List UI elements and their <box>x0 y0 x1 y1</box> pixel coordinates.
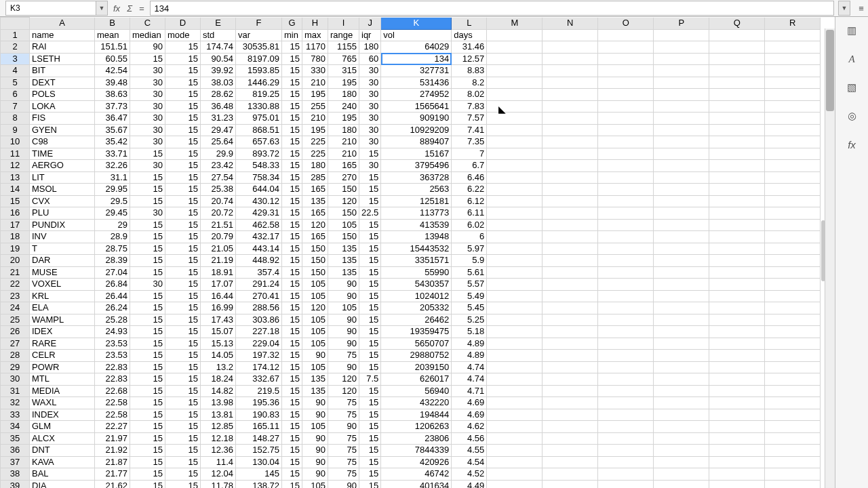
cell[interactable] <box>654 136 709 148</box>
cell[interactable]: 150 <box>328 207 359 220</box>
cell[interactable]: name <box>30 29 95 41</box>
cell[interactable] <box>487 421 542 433</box>
cell[interactable]: 21.62 <box>95 480 130 488</box>
cell[interactable] <box>598 29 654 41</box>
cell[interactable]: 90 <box>328 326 359 338</box>
row-header[interactable]: 22 <box>1 279 30 291</box>
cell[interactable] <box>598 266 654 279</box>
cell[interactable] <box>598 480 654 488</box>
cell[interactable]: 120 <box>328 195 359 207</box>
cell[interactable]: 7.57 <box>452 113 487 125</box>
cell[interactable]: 432220 <box>381 397 452 409</box>
cell[interactable]: 22.5 <box>359 207 381 220</box>
cell[interactable] <box>765 160 821 172</box>
cell[interactable]: 13.2 <box>201 361 236 373</box>
cell[interactable]: 15 <box>130 255 165 267</box>
cell[interactable] <box>487 432 542 445</box>
cell[interactable]: 36.48 <box>201 100 236 113</box>
cell[interactable]: 25.64 <box>201 136 236 148</box>
cell[interactable] <box>654 468 709 481</box>
cell[interactable]: 1170 <box>302 41 328 54</box>
cell[interactable]: 15 <box>282 314 302 326</box>
cell[interactable]: 6.22 <box>452 184 487 196</box>
cell[interactable]: 195.36 <box>236 397 282 409</box>
cell[interactable]: 225 <box>302 148 328 160</box>
cell[interactable] <box>709 255 765 267</box>
cell[interactable]: KRL <box>30 290 95 302</box>
cell[interactable]: VOXEL <box>30 279 95 291</box>
cell[interactable] <box>709 77 765 89</box>
cell[interactable] <box>598 456 654 468</box>
cell[interactable] <box>542 124 598 136</box>
cell[interactable]: DNT <box>30 445 95 457</box>
cell[interactable]: 765 <box>328 53 359 65</box>
cell[interactable]: 21.92 <box>95 445 130 457</box>
cell[interactable]: 195 <box>302 124 328 136</box>
cell[interactable]: 15 <box>165 480 201 488</box>
cell[interactable] <box>487 171 542 184</box>
cell[interactable]: 180 <box>302 160 328 172</box>
cell[interactable] <box>654 195 709 207</box>
cell[interactable] <box>542 373 598 386</box>
cell[interactable] <box>654 124 709 136</box>
cell[interactable]: 64029 <box>381 41 452 54</box>
cell[interactable] <box>709 445 765 457</box>
cell[interactable]: 1565641 <box>381 100 452 113</box>
cell[interactable]: 28.9 <box>95 231 130 243</box>
cell[interactable] <box>542 409 598 421</box>
cell[interactable]: POLS <box>30 89 95 101</box>
cell[interactable]: 23.53 <box>95 338 130 350</box>
cell[interactable]: 5.49 <box>452 290 487 302</box>
cell[interactable]: 15 <box>165 338 201 350</box>
cell[interactable]: 29 <box>95 219 130 231</box>
cell[interactable]: LIT <box>30 171 95 184</box>
cell[interactable]: 15 <box>165 171 201 184</box>
cell[interactable]: 420926 <box>381 456 452 468</box>
cell[interactable]: 105 <box>302 279 328 291</box>
cell[interactable]: 28.75 <box>95 243 130 255</box>
cell[interactable] <box>765 195 821 207</box>
cell[interactable]: 330 <box>302 65 328 77</box>
cell[interactable]: 30 <box>359 124 381 136</box>
cell[interactable]: PLU <box>30 207 95 220</box>
cell[interactable] <box>598 53 654 65</box>
cell[interactable]: 8.83 <box>452 65 487 77</box>
cell[interactable]: 27.54 <box>201 171 236 184</box>
sigma-icon[interactable]: Σ <box>127 3 132 14</box>
cell[interactable]: 130.04 <box>236 456 282 468</box>
cell[interactable]: 15 <box>359 326 381 338</box>
cell[interactable]: GLM <box>30 421 95 433</box>
cell[interactable]: 75 <box>328 456 359 468</box>
cell[interactable]: 15 <box>165 302 201 314</box>
row-header[interactable]: 23 <box>1 290 30 302</box>
cell[interactable] <box>598 219 654 231</box>
cell[interactable] <box>654 266 709 279</box>
cell[interactable] <box>598 361 654 373</box>
cell[interactable] <box>542 113 598 125</box>
cell[interactable] <box>542 385 598 397</box>
cell[interactable]: 30 <box>359 136 381 148</box>
cell[interactable]: 135 <box>302 195 328 207</box>
cell[interactable]: range <box>328 29 359 41</box>
cell[interactable]: 443.14 <box>236 243 282 255</box>
cell[interactable]: 15 <box>282 350 302 362</box>
cell[interactable] <box>765 302 821 314</box>
cell[interactable]: 15 <box>130 184 165 196</box>
cell[interactable]: RAI <box>30 41 95 54</box>
cell[interactable] <box>598 160 654 172</box>
cell[interactable]: POWR <box>30 361 95 373</box>
col-header-Q[interactable]: Q <box>709 18 765 30</box>
row-header[interactable]: 12 <box>1 160 30 172</box>
cell[interactable] <box>542 231 598 243</box>
cell[interactable]: 15 <box>282 480 302 488</box>
cell[interactable]: MTL <box>30 373 95 386</box>
cell[interactable] <box>542 302 598 314</box>
cell[interactable]: 75 <box>328 468 359 481</box>
cell[interactable] <box>654 445 709 457</box>
cell[interactable]: 15 <box>130 326 165 338</box>
cell[interactable]: 15 <box>165 373 201 386</box>
col-header-P[interactable]: P <box>654 18 709 30</box>
row-header[interactable]: 30 <box>1 373 30 386</box>
cell[interactable]: 21.97 <box>95 432 130 445</box>
cell[interactable] <box>765 290 821 302</box>
